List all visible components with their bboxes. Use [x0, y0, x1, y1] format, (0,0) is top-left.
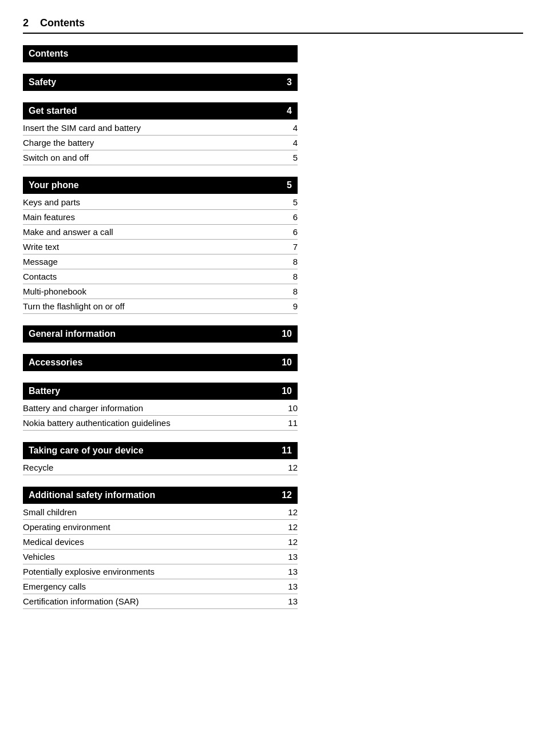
toc-entry[interactable]: Switch on and off5: [23, 150, 298, 165]
section-page-taking-care: 11: [282, 445, 292, 456]
toc-entry[interactable]: Potentially explosive environments13: [23, 564, 298, 579]
entry-label: Turn the flashlight on or off: [23, 301, 286, 311]
entry-label: Insert the SIM card and battery: [23, 123, 286, 133]
section-your-phone: Your phone5Keys and parts5Main features6…: [23, 177, 298, 314]
entry-label: Make and answer a call: [23, 227, 286, 237]
page-number: 2: [23, 17, 29, 29]
entry-label: Battery and charger information: [23, 403, 286, 413]
toc-entry[interactable]: Main features6: [23, 210, 298, 225]
entry-page: 4: [286, 123, 298, 133]
entry-page: 12: [286, 522, 298, 532]
entry-page: 12: [286, 537, 298, 547]
section-page-general-information: 10: [282, 329, 292, 339]
toc-entry[interactable]: Certification information (SAR)13: [23, 594, 298, 609]
section-header-safety[interactable]: Safety3: [23, 74, 298, 91]
toc-entry[interactable]: Write text7: [23, 240, 298, 254]
toc-entry[interactable]: Medical devices12: [23, 535, 298, 550]
section-label-your-phone: Your phone: [29, 180, 79, 190]
toc-entry[interactable]: Multi-phonebook8: [23, 284, 298, 299]
section-accessories: Accessories10: [23, 354, 298, 371]
section-page-battery: 10: [282, 386, 292, 396]
section-page-get-started: 4: [287, 106, 292, 116]
toc-title-header: Contents: [23, 45, 298, 62]
entry-page: 6: [286, 212, 298, 222]
section-entries-get-started: Insert the SIM card and battery4Charge t…: [23, 121, 298, 165]
entry-page: 10: [286, 403, 298, 413]
entry-label: Switch on and off: [23, 153, 286, 162]
entry-label: Keys and parts: [23, 197, 286, 207]
entry-label: Operating environment: [23, 522, 286, 532]
entry-label: Main features: [23, 212, 286, 222]
section-label-safety: Safety: [29, 77, 56, 87]
toc-entry[interactable]: Make and answer a call6: [23, 225, 298, 240]
toc-title-section: Contents: [23, 45, 298, 62]
entry-label: Emergency calls: [23, 582, 286, 591]
section-general-information: General information10: [23, 325, 298, 343]
section-additional-safety: Additional safety information12Small chi…: [23, 487, 298, 609]
entry-page: 11: [286, 418, 298, 428]
page-title-header: Contents: [40, 17, 85, 29]
toc-entry[interactable]: Emergency calls13: [23, 579, 298, 594]
entry-page: 13: [286, 567, 298, 576]
entry-page: 12: [286, 463, 298, 472]
section-header-additional-safety[interactable]: Additional safety information12: [23, 487, 298, 504]
sections-container: Safety3Get started4Insert the SIM card a…: [23, 74, 298, 609]
toc-entry[interactable]: Nokia battery authentication guidelines1…: [23, 416, 298, 431]
toc-entry[interactable]: Operating environment12: [23, 520, 298, 535]
section-label-battery: Battery: [29, 386, 60, 396]
toc-entry[interactable]: Small children12: [23, 505, 298, 520]
entry-page: 6: [286, 227, 298, 237]
entry-page: 13: [286, 596, 298, 606]
entry-page: 9: [286, 301, 298, 311]
toc-entry[interactable]: Charge the battery4: [23, 136, 298, 150]
entry-label: Contacts: [23, 272, 286, 281]
entry-label: Message: [23, 257, 286, 266]
entry-label: Charge the battery: [23, 138, 286, 148]
toc-entry[interactable]: Contacts8: [23, 269, 298, 284]
section-label-accessories: Accessories: [29, 357, 82, 368]
section-page-your-phone: 5: [287, 180, 292, 190]
section-header-battery[interactable]: Battery10: [23, 383, 298, 400]
section-entries-battery: Battery and charger information10Nokia b…: [23, 401, 298, 431]
entry-page: 13: [286, 582, 298, 591]
entry-page: 8: [286, 272, 298, 281]
section-label-get-started: Get started: [29, 106, 77, 116]
section-header-taking-care[interactable]: Taking care of your device11: [23, 442, 298, 459]
section-page-safety: 3: [287, 77, 292, 87]
section-entries-additional-safety: Small children12Operating environment12M…: [23, 505, 298, 609]
entry-label: Recycle: [23, 463, 286, 472]
section-header-your-phone[interactable]: Your phone5: [23, 177, 298, 194]
toc-entry[interactable]: Vehicles13: [23, 550, 298, 564]
entry-label: Potentially explosive environments: [23, 567, 286, 576]
toc-entry[interactable]: Insert the SIM card and battery4: [23, 121, 298, 136]
entry-label: Multi-phonebook: [23, 287, 286, 296]
toc-entry[interactable]: Battery and charger information10: [23, 401, 298, 416]
entry-page: 8: [286, 287, 298, 296]
toc-container: Contents Safety3Get started4Insert the S…: [23, 45, 298, 609]
section-label-general-information: General information: [29, 329, 116, 339]
section-page-accessories: 10: [282, 357, 292, 368]
entry-page: 5: [286, 153, 298, 162]
section-header-get-started[interactable]: Get started4: [23, 102, 298, 120]
section-entries-taking-care: Recycle12: [23, 460, 298, 475]
section-header-general-information[interactable]: General information10: [23, 325, 298, 343]
section-label-taking-care: Taking care of your device: [29, 445, 144, 456]
entry-label: Medical devices: [23, 537, 286, 547]
toc-entry[interactable]: Recycle12: [23, 460, 298, 475]
entry-label: Vehicles: [23, 552, 286, 562]
toc-entry[interactable]: Keys and parts5: [23, 195, 298, 210]
section-get-started: Get started4Insert the SIM card and batt…: [23, 102, 298, 165]
entry-page: 5: [286, 197, 298, 207]
toc-entry[interactable]: Message8: [23, 254, 298, 269]
entry-label: Small children: [23, 507, 286, 517]
entry-page: 8: [286, 257, 298, 266]
entry-page: 12: [286, 507, 298, 517]
page-header: 2 Contents: [23, 17, 523, 34]
toc-title-label: Contents: [29, 49, 68, 59]
toc-entry[interactable]: Turn the flashlight on or off9: [23, 299, 298, 314]
section-header-accessories[interactable]: Accessories10: [23, 354, 298, 371]
entry-page: 13: [286, 552, 298, 562]
entry-label: Nokia battery authentication guidelines: [23, 418, 286, 428]
entry-label: Certification information (SAR): [23, 596, 286, 606]
section-label-additional-safety: Additional safety information: [29, 490, 155, 500]
